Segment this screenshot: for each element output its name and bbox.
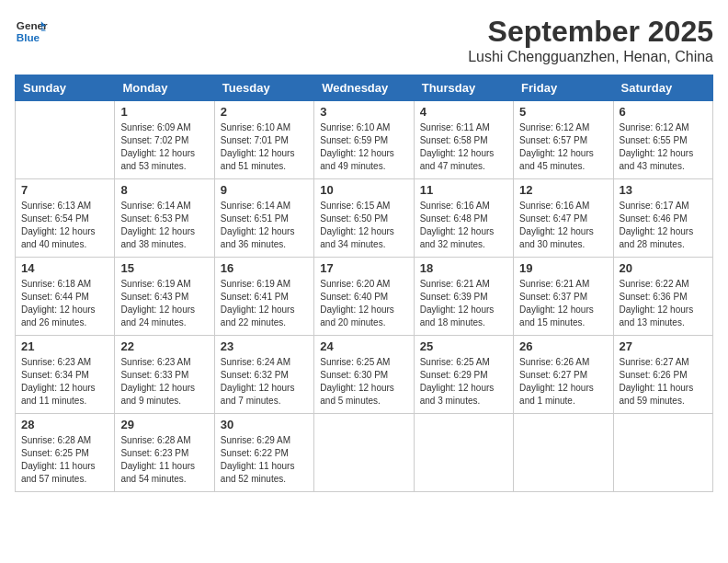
day-number: 11 <box>420 183 507 197</box>
day-number: 20 <box>620 261 707 275</box>
calendar-table: SundayMondayTuesdayWednesdayThursdayFrid… <box>15 75 713 492</box>
day-number: 4 <box>420 105 507 119</box>
calendar-cell: 6 Sunrise: 6:12 AMSunset: 6:55 PMDayligh… <box>613 101 712 179</box>
logo: General Blue <box>15 15 48 48</box>
weekday-header: Friday <box>514 75 613 101</box>
day-number: 7 <box>21 183 108 197</box>
calendar-cell: 18 Sunrise: 6:21 AMSunset: 6:39 PMDaylig… <box>414 258 513 336</box>
day-number: 17 <box>320 261 407 275</box>
calendar-cell: 20 Sunrise: 6:22 AMSunset: 6:36 PMDaylig… <box>613 258 712 336</box>
day-info: Sunrise: 6:17 AMSunset: 6:46 PMDaylight:… <box>620 200 707 251</box>
day-info: Sunrise: 6:29 AMSunset: 6:22 PMDaylight:… <box>221 434 308 486</box>
calendar-cell: 16 Sunrise: 6:19 AMSunset: 6:41 PMDaylig… <box>214 258 313 336</box>
calendar-cell: 11 Sunrise: 6:16 AMSunset: 6:48 PMDaylig… <box>414 179 513 258</box>
calendar-cell: 8 Sunrise: 6:14 AMSunset: 6:53 PMDayligh… <box>115 179 214 258</box>
day-info: Sunrise: 6:23 AMSunset: 6:33 PMDaylight:… <box>120 356 208 408</box>
calendar-week-row: 21 Sunrise: 6:23 AMSunset: 6:34 PMDaylig… <box>16 336 713 414</box>
day-info: Sunrise: 6:25 AMSunset: 6:29 PMDaylight:… <box>420 356 507 408</box>
month-title: September 2025 <box>468 15 713 49</box>
day-number: 23 <box>221 339 308 353</box>
calendar-cell: 23 Sunrise: 6:24 AMSunset: 6:32 PMDaylig… <box>214 336 313 414</box>
day-info: Sunrise: 6:22 AMSunset: 6:36 PMDaylight:… <box>620 278 707 329</box>
calendar-cell: 3 Sunrise: 6:10 AMSunset: 6:59 PMDayligh… <box>314 101 414 179</box>
calendar-cell: 24 Sunrise: 6:25 AMSunset: 6:30 PMDaylig… <box>314 336 414 414</box>
location-title: Lushi Chengguanzhen, Henan, China <box>468 49 713 65</box>
calendar-cell <box>414 414 513 492</box>
calendar-cell: 21 Sunrise: 6:23 AMSunset: 6:34 PMDaylig… <box>16 336 115 414</box>
day-number: 5 <box>519 105 607 119</box>
calendar-cell: 29 Sunrise: 6:28 AMSunset: 6:23 PMDaylig… <box>115 414 214 492</box>
calendar-cell <box>613 414 712 492</box>
weekday-header: Saturday <box>613 75 712 101</box>
calendar-week-row: 28 Sunrise: 6:28 AMSunset: 6:25 PMDaylig… <box>16 414 713 492</box>
day-info: Sunrise: 6:14 AMSunset: 6:51 PMDaylight:… <box>221 200 308 251</box>
calendar-cell: 26 Sunrise: 6:26 AMSunset: 6:27 PMDaylig… <box>514 336 613 414</box>
day-number: 16 <box>221 261 308 275</box>
calendar-cell: 17 Sunrise: 6:20 AMSunset: 6:40 PMDaylig… <box>314 258 414 336</box>
day-number: 18 <box>420 261 507 275</box>
day-number: 9 <box>221 183 308 197</box>
day-number: 28 <box>21 418 108 431</box>
day-info: Sunrise: 6:24 AMSunset: 6:32 PMDaylight:… <box>221 356 308 408</box>
calendar-cell <box>314 414 414 492</box>
calendar-week-row: 1 Sunrise: 6:09 AMSunset: 7:02 PMDayligh… <box>16 101 713 179</box>
day-number: 24 <box>320 339 407 353</box>
day-number: 13 <box>620 183 707 197</box>
day-number: 27 <box>620 339 707 353</box>
calendar-cell: 10 Sunrise: 6:15 AMSunset: 6:50 PMDaylig… <box>314 179 414 258</box>
day-number: 19 <box>519 261 607 275</box>
day-info: Sunrise: 6:26 AMSunset: 6:27 PMDaylight:… <box>519 356 607 408</box>
day-info: Sunrise: 6:28 AMSunset: 6:23 PMDaylight:… <box>120 434 208 486</box>
calendar-cell <box>514 414 613 492</box>
day-number: 29 <box>120 418 208 431</box>
calendar-week-row: 14 Sunrise: 6:18 AMSunset: 6:44 PMDaylig… <box>16 258 713 336</box>
day-number: 2 <box>221 105 308 119</box>
day-info: Sunrise: 6:16 AMSunset: 6:48 PMDaylight:… <box>420 200 507 251</box>
calendar-cell: 5 Sunrise: 6:12 AMSunset: 6:57 PMDayligh… <box>514 101 613 179</box>
day-info: Sunrise: 6:19 AMSunset: 6:41 PMDaylight:… <box>221 278 308 329</box>
weekday-header: Sunday <box>16 75 115 101</box>
day-number: 3 <box>320 105 407 119</box>
day-info: Sunrise: 6:11 AMSunset: 6:58 PMDaylight:… <box>420 121 507 173</box>
day-number: 26 <box>519 339 607 353</box>
day-number: 10 <box>320 183 407 197</box>
day-info: Sunrise: 6:28 AMSunset: 6:25 PMDaylight:… <box>21 434 108 486</box>
calendar-cell: 2 Sunrise: 6:10 AMSunset: 7:01 PMDayligh… <box>214 101 313 179</box>
svg-text:Blue: Blue <box>17 31 40 43</box>
weekday-header: Wednesday <box>314 75 414 101</box>
day-info: Sunrise: 6:18 AMSunset: 6:44 PMDaylight:… <box>21 278 108 329</box>
day-info: Sunrise: 6:13 AMSunset: 6:54 PMDaylight:… <box>21 200 108 251</box>
day-number: 8 <box>120 183 208 197</box>
day-info: Sunrise: 6:09 AMSunset: 7:02 PMDaylight:… <box>120 121 208 173</box>
day-info: Sunrise: 6:21 AMSunset: 6:37 PMDaylight:… <box>519 278 607 329</box>
day-info: Sunrise: 6:12 AMSunset: 6:57 PMDaylight:… <box>519 121 607 173</box>
logo-icon: General Blue <box>15 15 48 48</box>
calendar-cell: 28 Sunrise: 6:28 AMSunset: 6:25 PMDaylig… <box>16 414 115 492</box>
calendar-cell: 30 Sunrise: 6:29 AMSunset: 6:22 PMDaylig… <box>214 414 313 492</box>
calendar-cell: 7 Sunrise: 6:13 AMSunset: 6:54 PMDayligh… <box>16 179 115 258</box>
day-number: 6 <box>620 105 707 119</box>
day-number: 25 <box>420 339 507 353</box>
day-info: Sunrise: 6:25 AMSunset: 6:30 PMDaylight:… <box>320 356 407 408</box>
calendar-cell: 25 Sunrise: 6:25 AMSunset: 6:29 PMDaylig… <box>414 336 513 414</box>
calendar-cell: 22 Sunrise: 6:23 AMSunset: 6:33 PMDaylig… <box>115 336 214 414</box>
day-info: Sunrise: 6:21 AMSunset: 6:39 PMDaylight:… <box>420 278 507 329</box>
calendar-cell: 19 Sunrise: 6:21 AMSunset: 6:37 PMDaylig… <box>514 258 613 336</box>
page-header: General Blue September 2025 Lushi Chengg… <box>15 15 713 65</box>
day-info: Sunrise: 6:10 AMSunset: 7:01 PMDaylight:… <box>221 121 308 173</box>
calendar-cell: 13 Sunrise: 6:17 AMSunset: 6:46 PMDaylig… <box>613 179 712 258</box>
weekday-header-row: SundayMondayTuesdayWednesdayThursdayFrid… <box>16 75 713 101</box>
day-number: 15 <box>120 261 208 275</box>
day-info: Sunrise: 6:19 AMSunset: 6:43 PMDaylight:… <box>120 278 208 329</box>
calendar-cell: 14 Sunrise: 6:18 AMSunset: 6:44 PMDaylig… <box>16 258 115 336</box>
day-number: 22 <box>120 339 208 353</box>
day-info: Sunrise: 6:27 AMSunset: 6:26 PMDaylight:… <box>620 356 707 408</box>
calendar-cell: 1 Sunrise: 6:09 AMSunset: 7:02 PMDayligh… <box>115 101 214 179</box>
day-number: 30 <box>221 418 308 431</box>
weekday-header: Monday <box>115 75 214 101</box>
calendar-cell <box>16 101 115 179</box>
day-number: 12 <box>519 183 607 197</box>
calendar-cell: 12 Sunrise: 6:16 AMSunset: 6:47 PMDaylig… <box>514 179 613 258</box>
day-number: 14 <box>21 261 108 275</box>
day-number: 21 <box>21 339 108 353</box>
